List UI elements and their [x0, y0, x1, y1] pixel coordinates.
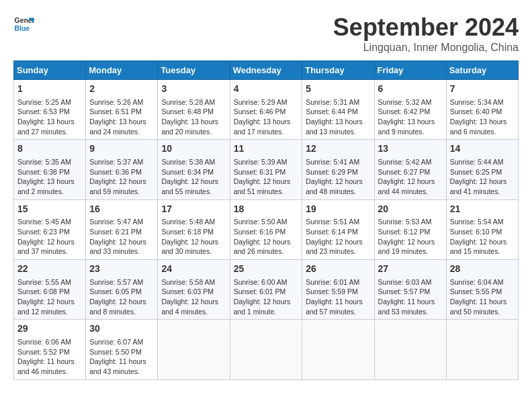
daylight: Daylight: 12 hours and 30 minutes.: [161, 238, 218, 256]
daylight: Daylight: 12 hours and 51 minutes.: [234, 177, 291, 195]
sunset: Sunset: 6:01 PM: [234, 287, 286, 295]
sunset: Sunset: 6:38 PM: [17, 168, 70, 176]
calendar-cell: 11Sunrise: 5:39 AMSunset: 6:31 PMDayligh…: [230, 140, 302, 199]
calendar-cell: 12Sunrise: 5:41 AMSunset: 6:29 PMDayligh…: [302, 140, 374, 199]
calendar-cell: 5Sunrise: 5:31 AMSunset: 6:44 PMDaylight…: [302, 80, 374, 140]
day-number: 26: [306, 263, 370, 276]
day-number: 13: [378, 142, 443, 156]
sunrise: Sunrise: 5:58 AM: [161, 278, 215, 286]
day-number: 14: [450, 142, 515, 156]
sunset: Sunset: 6:44 PM: [306, 107, 358, 116]
calendar-cell: [230, 320, 302, 379]
header-monday: Monday: [86, 61, 158, 80]
calendar-cell: 13Sunrise: 5:42 AMSunset: 6:27 PMDayligh…: [374, 140, 446, 199]
sunrise: Sunrise: 5:41 AM: [306, 158, 359, 166]
sunset: Sunset: 6:40 PM: [450, 107, 502, 116]
day-number: 5: [306, 83, 370, 96]
day-number: 16: [89, 203, 154, 216]
calendar-cell: [374, 320, 446, 379]
daylight: Daylight: 12 hours and 33 minutes.: [89, 238, 146, 256]
calendar-cell: 21Sunrise: 5:54 AMSunset: 6:10 PMDayligh…: [446, 199, 518, 259]
day-number: 24: [161, 263, 226, 276]
calendar-cell: 18Sunrise: 5:50 AMSunset: 6:16 PMDayligh…: [230, 199, 302, 259]
calendar-cell: 28Sunrise: 6:04 AMSunset: 5:55 PMDayligh…: [446, 260, 518, 320]
day-number: 7: [450, 83, 515, 96]
sunset: Sunset: 5:59 PM: [306, 287, 358, 295]
sunrise: Sunrise: 5:32 AM: [378, 98, 432, 106]
calendar-cell: [302, 320, 374, 379]
daylight: Daylight: 12 hours and 26 minutes.: [234, 238, 291, 256]
sunset: Sunset: 6:21 PM: [89, 228, 142, 236]
svg-text:Blue: Blue: [15, 25, 30, 32]
day-number: 25: [234, 263, 299, 276]
calendar-title: September 2024: [333, 13, 519, 42]
weekday-header-row: Sunday Monday Tuesday Wednesday Thursday…: [14, 61, 519, 80]
day-number: 10: [161, 142, 226, 156]
day-number: 8: [17, 142, 82, 156]
day-number: 9: [89, 142, 154, 156]
sunrise: Sunrise: 5:54 AM: [450, 218, 504, 226]
sunrise: Sunrise: 5:51 AM: [306, 218, 359, 226]
sunset: Sunset: 5:55 PM: [450, 287, 502, 295]
calendar-cell: 24Sunrise: 5:58 AMSunset: 6:03 PMDayligh…: [158, 260, 230, 320]
sunrise: Sunrise: 5:44 AM: [450, 158, 504, 166]
calendar-cell: 15Sunrise: 5:45 AMSunset: 6:23 PMDayligh…: [14, 199, 86, 259]
sunrise: Sunrise: 6:01 AM: [306, 278, 359, 286]
day-number: 15: [17, 203, 82, 216]
day-number: 1: [17, 83, 82, 96]
sunrise: Sunrise: 5:31 AM: [306, 98, 359, 106]
sunset: Sunset: 6:16 PM: [234, 228, 286, 236]
daylight: Daylight: 12 hours and 37 minutes.: [17, 238, 75, 256]
header-saturday: Saturday: [446, 61, 518, 80]
sunset: Sunset: 5:57 PM: [378, 287, 431, 295]
daylight: Daylight: 13 hours and 2 minutes.: [17, 177, 75, 195]
daylight: Daylight: 12 hours and 44 minutes.: [378, 177, 435, 195]
daylight: Daylight: 12 hours and 15 minutes.: [450, 238, 507, 256]
sunset: Sunset: 6:48 PM: [161, 107, 214, 116]
sunrise: Sunrise: 6:04 AM: [450, 278, 504, 286]
sunset: Sunset: 6:25 PM: [450, 168, 502, 176]
calendar-cell: [446, 320, 518, 379]
daylight: Daylight: 13 hours and 17 minutes.: [234, 118, 291, 136]
sunrise: Sunrise: 5:45 AM: [17, 218, 71, 226]
sunrise: Sunrise: 6:03 AM: [378, 278, 432, 286]
daylight: Daylight: 12 hours and 12 minutes.: [17, 298, 75, 316]
day-number: 23: [89, 263, 154, 276]
sunrise: Sunrise: 5:37 AM: [89, 158, 143, 166]
daylight: Daylight: 12 hours and 23 minutes.: [306, 238, 363, 256]
day-number: 3: [161, 83, 226, 96]
sunset: Sunset: 6:12 PM: [378, 228, 431, 236]
sunrise: Sunrise: 5:26 AM: [89, 98, 143, 106]
calendar-cell: [158, 320, 230, 379]
logo: General Blue: [13, 13, 35, 35]
day-number: 27: [378, 263, 443, 276]
daylight: Daylight: 11 hours and 43 minutes.: [89, 357, 146, 375]
day-number: 4: [234, 83, 299, 96]
sunrise: Sunrise: 5:25 AM: [17, 98, 71, 106]
calendar-cell: 17Sunrise: 5:48 AMSunset: 6:18 PMDayligh…: [158, 199, 230, 259]
daylight: Daylight: 11 hours and 53 minutes.: [378, 298, 435, 316]
sunset: Sunset: 6:27 PM: [378, 168, 431, 176]
sunset: Sunset: 6:46 PM: [234, 107, 286, 116]
sunrise: Sunrise: 6:07 AM: [89, 338, 143, 346]
calendar-cell: 6Sunrise: 5:32 AMSunset: 6:42 PMDaylight…: [374, 80, 446, 140]
calendar-cell: 23Sunrise: 5:57 AMSunset: 6:05 PMDayligh…: [86, 260, 158, 320]
sunset: Sunset: 6:36 PM: [89, 168, 142, 176]
daylight: Daylight: 11 hours and 50 minutes.: [450, 298, 507, 316]
daylight: Daylight: 13 hours and 13 minutes.: [306, 118, 363, 136]
logo-icon: General Blue: [13, 13, 35, 35]
sunset: Sunset: 6:51 PM: [89, 107, 142, 116]
daylight: Daylight: 13 hours and 20 minutes.: [161, 118, 218, 136]
sunrise: Sunrise: 5:55 AM: [17, 278, 71, 286]
sunrise: Sunrise: 5:38 AM: [161, 158, 215, 166]
sunset: Sunset: 6:29 PM: [306, 168, 358, 176]
day-number: 19: [306, 203, 370, 216]
calendar-subtitle: Lingquan, Inner Mongolia, China: [333, 42, 519, 54]
sunset: Sunset: 5:50 PM: [89, 348, 142, 356]
daylight: Daylight: 12 hours and 19 minutes.: [378, 238, 435, 256]
calendar-cell: 22Sunrise: 5:55 AMSunset: 6:08 PMDayligh…: [14, 260, 86, 320]
calendar-table: Sunday Monday Tuesday Wednesday Thursday…: [13, 60, 519, 380]
day-number: 29: [17, 322, 82, 336]
header-friday: Friday: [374, 61, 446, 80]
calendar-cell: 7Sunrise: 5:34 AMSunset: 6:40 PMDaylight…: [446, 80, 518, 140]
